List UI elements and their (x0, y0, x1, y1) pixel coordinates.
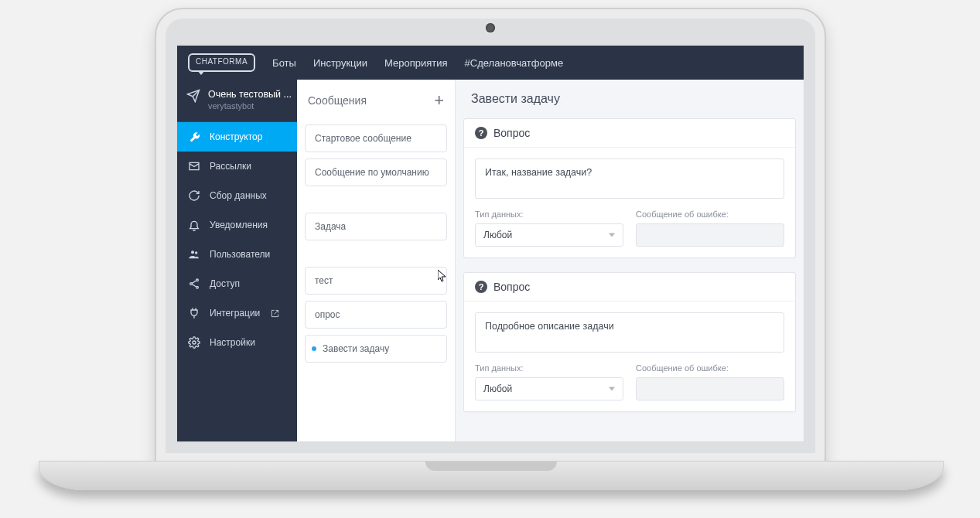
question-text-input-2[interactable]: Подробное описание задачи (475, 312, 784, 353)
data-type-label: Тип данных: (475, 210, 623, 219)
editor-title: Завести задачу (456, 90, 804, 118)
sidebar: Очень тестовый ... verytastybot Конструк… (177, 80, 297, 441)
top-navbar: CHATFORMA Боты Инструкции Мероприятия #С… (177, 46, 804, 80)
message-item-test[interactable]: тест (305, 267, 447, 295)
sidebar-item-settings[interactable]: Настройки (177, 328, 297, 357)
svg-point-4 (196, 286, 199, 288)
sync-icon (188, 189, 200, 202)
bot-header[interactable]: Очень тестовый ... verytastybot (177, 80, 297, 122)
question-icon: ? (475, 281, 487, 293)
users-icon (188, 248, 200, 261)
sidebar-item-access[interactable]: Доступ (177, 269, 297, 298)
block-title: Вопрос (493, 281, 530, 293)
sidebar-item-data-collection[interactable]: Сбор данных (177, 181, 297, 210)
bot-title: Очень тестовый ... (208, 89, 292, 100)
message-item-default[interactable]: Сообщение по умолчанию (305, 158, 447, 186)
message-item-create-task[interactable]: Завести задачу (305, 335, 447, 363)
nav-bots[interactable]: Боты (272, 57, 296, 69)
app-screen: CHATFORMA Боты Инструкции Мероприятия #С… (176, 45, 804, 442)
laptop-frame: CHATFORMA Боты Инструкции Мероприятия #С… (155, 8, 826, 464)
question-block-2: ? Вопрос Подробное описание задачи Тип д… (463, 272, 796, 412)
question-block-1: ? Вопрос Итак, название задачи? Тип данн… (463, 118, 796, 258)
error-message-input-2[interactable] (636, 377, 784, 400)
sidebar-item-label: Рассылки (210, 161, 251, 172)
error-message-input-1[interactable] (636, 223, 784, 247)
paper-plane-icon (186, 89, 200, 103)
block-title: Вопрос (493, 127, 530, 139)
sidebar-item-label: Доступ (210, 278, 240, 289)
messages-panel: Сообщения + Стартовое сообщение Сообщени… (297, 80, 456, 441)
message-item-poll[interactable]: опрос (305, 301, 447, 329)
bell-icon (188, 219, 200, 231)
sidebar-item-label: Уведомления (210, 220, 268, 230)
svg-point-3 (190, 283, 193, 285)
question-icon: ? (475, 127, 487, 139)
sidebar-item-users[interactable]: Пользователи (177, 240, 297, 269)
sidebar-item-notifications[interactable]: Уведомления (177, 210, 297, 240)
sidebar-item-label: Конструктор (210, 131, 262, 142)
brand-logo[interactable]: CHATFORMA (188, 53, 255, 72)
message-item-start[interactable]: Стартовое сообщение (305, 124, 447, 152)
svg-point-0 (191, 250, 194, 254)
sidebar-item-broadcasts[interactable]: Рассылки (177, 152, 297, 181)
data-type-select-2[interactable]: Любой (475, 377, 623, 400)
messages-title: Сообщения (308, 94, 367, 107)
data-type-label: Тип данных: (475, 363, 623, 373)
camera-dot (486, 23, 495, 32)
share-icon (188, 278, 200, 290)
question-text-input-1[interactable]: Итак, название задачи? (475, 158, 784, 199)
gear-icon (188, 336, 200, 349)
laptop-base (39, 461, 944, 490)
nav-events[interactable]: Мероприятия (384, 57, 448, 69)
sidebar-item-constructor[interactable]: Конструктор (177, 122, 297, 152)
nav-instructions[interactable]: Инструкции (313, 57, 367, 69)
editor-panel: Завести задачу ? Вопрос Итак, название з… (456, 80, 804, 441)
svg-point-2 (196, 279, 199, 281)
sidebar-item-label: Сбор данных (210, 190, 267, 201)
nav-hashtag[interactable]: #Сделановчатформе (465, 57, 564, 69)
plug-icon (188, 307, 200, 319)
sidebar-item-integrations[interactable]: Интеграции (177, 298, 297, 328)
sidebar-item-label: Интеграции (210, 308, 260, 319)
external-link-icon (271, 309, 279, 318)
data-type-select-1[interactable]: Любой (475, 223, 623, 247)
error-message-label: Сообщение об ошибке: (636, 210, 784, 219)
wrench-icon (188, 131, 200, 143)
message-item-task[interactable]: Задача (305, 213, 447, 240)
add-message-button[interactable]: + (434, 92, 444, 109)
sidebar-item-label: Пользователи (210, 249, 270, 260)
bot-handle: verytastybot (208, 101, 292, 111)
svg-point-5 (193, 341, 196, 344)
svg-point-1 (195, 251, 197, 254)
envelope-icon (188, 160, 200, 172)
sidebar-item-label: Настройки (210, 337, 255, 348)
error-message-label: Сообщение об ошибке: (636, 363, 784, 373)
